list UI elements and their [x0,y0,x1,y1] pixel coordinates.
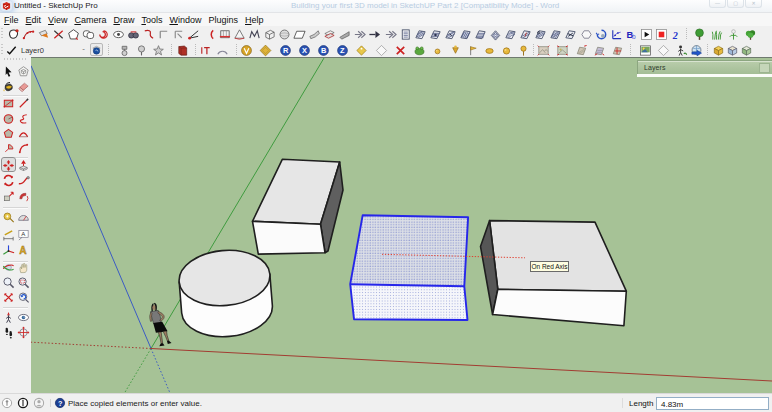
minimize-button[interactable]: — [709,0,726,8]
tool-arc2-tool[interactable] [17,141,30,154]
toolbar-button-diamond-white[interactable] [657,44,670,57]
tool-orbit-tool[interactable] [2,260,15,273]
tool-prev-tool[interactable] [17,290,30,303]
toolbar-button-cube-yellow[interactable] [712,44,725,57]
toolbar-button-photo-red-a[interactable] [537,44,550,57]
menu-edit[interactable]: Edit [26,14,42,26]
tool-axes-tool[interactable] [2,243,15,256]
tool-zoomext-tool[interactable] [2,290,15,303]
status-help-blue-circle[interactable]: ? [54,397,66,409]
toolbar-button-xy-blue[interactable] [610,28,623,41]
toolbar-button-corner-gray[interactable] [157,28,170,41]
right-box-top[interactable] [490,221,627,292]
tool-scale-tool[interactable] [2,189,15,202]
toolbar-button-curve3-red[interactable] [142,28,155,41]
tool-zoomwin-tool[interactable] [17,275,30,288]
toolbar-button-pin-gold[interactable] [517,44,530,57]
toolbar-button-hatch-d[interactable] [459,28,472,41]
tool-move-tool[interactable] [2,158,15,171]
tool-look-tool[interactable] [17,310,30,323]
toolbar-button-hatch-g[interactable] [504,28,517,41]
toolbar-button-play-btn[interactable] [640,28,653,41]
tall-box-front[interactable] [253,221,326,254]
toolbar-button-horn-gray[interactable] [308,28,321,41]
toolbar-button-loop-page[interactable] [7,28,20,41]
tool-poscam-tool[interactable] [2,310,15,323]
toolbar-button-arc-c-red[interactable] [203,28,216,41]
toolbar-button-box3d-gray[interactable] [263,28,276,41]
toolbar-button-marks-m[interactable] [248,28,261,41]
toolbar-button-binocular[interactable] [127,28,140,41]
toolbar-button-wedge-gray[interactable] [338,28,351,41]
toolbar-button-stop-btn[interactable] [655,28,668,41]
tool-followme-tool[interactable] [17,173,30,186]
layers-panel-close-button[interactable] [759,63,770,73]
toolbar-button-cross-red[interactable] [394,44,407,57]
toolbar-button-cube-blue[interactable] [726,44,739,57]
toolbar-button-sheets-red[interactable] [323,28,336,41]
toolbar-button-arrow-dark[interactable] [368,28,381,41]
toolbar-button-ball-gold-sm[interactable] [431,44,444,57]
toolbar-grip[interactable] [1,44,3,55]
toolbar-button-plant-green[interactable] [727,28,740,41]
toolbar-grip[interactable] [1,28,3,39]
toolbar-button-shrub-green[interactable] [744,28,757,41]
menu-file[interactable]: File [4,14,19,26]
tool-zoom-tool[interactable] [2,275,15,288]
tool-pushpull-tool[interactable] [17,158,30,171]
toolbar-button-tex-red-a[interactable] [575,44,588,57]
measurement-input[interactable]: 4.83m [656,397,769,410]
tool-dim-tool[interactable] [2,227,15,240]
toolbar-button-two-blue[interactable]: 2 [670,28,683,41]
tool-select-arrow[interactable] [2,64,15,77]
menu-plugins[interactable]: Plugins [208,14,238,26]
title-bar[interactable]: Untitled - SketchUp Pro Building your fi… [0,0,772,13]
tool-3dtext-tool[interactable]: A [17,243,30,256]
toolbar-button-trowel[interactable] [37,28,50,41]
toolbar-button-arc-gray[interactable] [216,44,229,57]
close-button[interactable]: ✕ [745,0,762,8]
tool-offset-tool[interactable] [17,189,30,202]
maximize-button[interactable]: ▢ [727,0,744,8]
toolbar-button-plug-gray[interactable] [118,44,131,57]
person-figure[interactable] [150,303,172,346]
toolbar-button-oval-gold[interactable] [483,44,496,57]
toolbar-button-swirl-blue[interactable] [595,28,608,41]
toolbar-button-tree-green[interactable] [693,28,706,41]
toolbar-button-sphere-gray[interactable] [278,28,291,41]
tool-arc-tool[interactable] [17,126,30,139]
toolbar-button-hatch-j[interactable] [549,28,562,41]
tool-freehand-tool[interactable] [17,111,30,124]
layer-manager-button[interactable] [90,43,103,56]
toolbar-button-hatch-i[interactable] [534,28,547,41]
menu-help[interactable]: Help [245,14,264,26]
tool-paint-bucket[interactable] [2,79,15,92]
menu-window[interactable]: Window [169,14,201,26]
toolbar-button-ball-gold[interactable] [500,44,513,57]
tool-pan-tool[interactable] [17,260,30,273]
toolbar-button-bb-blue[interactable]: Bb [625,28,638,41]
toolbar-button-hatch-h[interactable] [519,28,532,41]
tool-eraser-tool[interactable] [17,79,30,92]
toolbar-button-para-white[interactable] [293,28,306,41]
toolbar-button-circ-blue-x[interactable]: X [298,44,311,57]
toolbar-button-doc-gray[interactable] [399,28,412,41]
menu-camera[interactable]: Camera [74,14,106,26]
toolbar-button-spherepin-gray[interactable] [135,44,148,57]
tool-rect-tool[interactable] [2,96,15,109]
toolbar-button-cube-green[interactable] [740,44,753,57]
toolbar-button-bubbles-white[interactable] [82,28,95,41]
status-person-circle[interactable] [33,397,45,409]
toolbar-button-swirl-red[interactable] [97,28,110,41]
toolbar-button-picture-icon[interactable] [639,44,652,57]
toolbar-button-diamond-white[interactable] [375,44,388,57]
toolbar-button-corner2-gray[interactable] [172,28,185,41]
menu-view[interactable]: View [48,14,67,26]
tool-tape-tool[interactable] [2,210,15,223]
toolbar-button-photo-red-b[interactable] [556,44,569,57]
toolbar-button-eye-gray[interactable] [112,28,125,41]
tool-walk-tool[interactable] [2,325,15,338]
toolbar-button-star-gray[interactable] [152,44,165,57]
tool-section-tool[interactable] [17,325,30,338]
toolbar-button-angle-red[interactable] [187,28,200,41]
